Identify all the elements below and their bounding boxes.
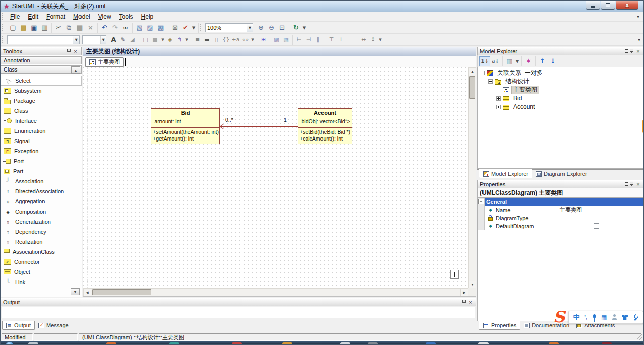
align-right-icon[interactable]: ⊣ bbox=[304, 35, 313, 45]
show-attributes-icon[interactable]: +a bbox=[231, 35, 240, 45]
open-folder-icon[interactable]: ▤ bbox=[18, 23, 29, 33]
output-tab[interactable]: Message bbox=[35, 321, 72, 330]
horizontal-scroll-thumb[interactable] bbox=[92, 289, 151, 295]
toolbox-item[interactable]: Object bbox=[1, 267, 82, 277]
fill-color-icon[interactable]: ◢ bbox=[128, 35, 137, 45]
property-value-cell[interactable]: 主要类图 bbox=[557, 206, 643, 214]
close-icon[interactable]: × bbox=[467, 299, 474, 305]
toolbox-item[interactable]: Link bbox=[1, 277, 82, 287]
taskbar-app-icon[interactable] bbox=[28, 342, 38, 345]
save-icon[interactable]: ▣ bbox=[29, 23, 39, 33]
toolbox-item[interactable]: Generalization bbox=[1, 217, 82, 227]
zoom-combobox[interactable]: ▼ bbox=[205, 23, 253, 32]
pin-icon[interactable] bbox=[462, 299, 466, 305]
shadow-icon[interactable]: ■ bbox=[150, 35, 160, 45]
menu-item[interactable]: View bbox=[94, 12, 115, 21]
property-category-row[interactable]: General bbox=[478, 198, 643, 206]
tree-item-label[interactable]: Account bbox=[512, 103, 536, 111]
paste-icon[interactable]: ▤ bbox=[74, 23, 85, 33]
scroll-right-arrow[interactable]: ▶ bbox=[460, 289, 468, 296]
wrench-icon[interactable] bbox=[632, 314, 638, 321]
toolbox-item[interactable]: Signal bbox=[1, 136, 82, 146]
dropdown-caret-icon[interactable]: ▾ bbox=[191, 23, 197, 33]
copy-icon[interactable]: ⧉ bbox=[64, 23, 74, 33]
zoom-in-icon[interactable]: ⊕ bbox=[256, 23, 266, 33]
stereotype-display-icon[interactable]: ≡ bbox=[193, 35, 202, 45]
filter-icon[interactable]: ✶ bbox=[523, 56, 534, 66]
property-row[interactable]: Name 主要类图 bbox=[478, 206, 643, 214]
print-icon[interactable]: ▥ bbox=[39, 23, 50, 33]
explorer-tab[interactable]: Diagram Explorer bbox=[532, 169, 591, 178]
namespace-icon[interactable]: ▬ bbox=[202, 35, 212, 45]
taskbar-app-icon[interactable] bbox=[602, 342, 612, 345]
properties-tab[interactable]: Documentation bbox=[520, 321, 573, 330]
zoom-out-icon[interactable]: ⊖ bbox=[266, 23, 277, 33]
toolbox-item[interactable]: DirectedAssociation bbox=[1, 186, 82, 196]
font-combobox[interactable]: ▼ bbox=[7, 35, 80, 44]
align-bottom-icon[interactable]: ⊥ bbox=[336, 35, 346, 45]
new-diagram-icon[interactable]: ▧ bbox=[134, 23, 145, 33]
microphone-icon[interactable] bbox=[592, 314, 597, 321]
close-icon[interactable]: × bbox=[72, 48, 79, 54]
uml-class-bid[interactable]: Bid -amount: int +setAmount(theAmount: i… bbox=[151, 108, 220, 144]
menu-overflow-chevron[interactable]: ▾ bbox=[637, 14, 639, 19]
tree-expander[interactable] bbox=[496, 96, 501, 101]
document-icon[interactable]: ⊠ bbox=[170, 23, 180, 33]
toolbox-item[interactable]: Enumeration bbox=[1, 126, 82, 136]
tree-item[interactable]: Account bbox=[478, 103, 643, 111]
diagram-tab[interactable]: 主要类图 bbox=[85, 57, 124, 67]
tree-expander[interactable] bbox=[496, 105, 501, 109]
punctuation-mode-icon[interactable]: ’, bbox=[584, 314, 587, 320]
properties-tab[interactable]: Properties bbox=[479, 321, 520, 330]
align-middle-icon[interactable]: = bbox=[346, 35, 355, 45]
association-line[interactable] bbox=[220, 126, 298, 127]
show-stereotype-icon[interactable]: «» bbox=[240, 35, 250, 45]
taskbar-app-icon[interactable] bbox=[282, 342, 292, 345]
toolbox-scroll-up-button[interactable]: ▲ bbox=[71, 66, 80, 74]
maximize-panel-icon[interactable] bbox=[625, 182, 628, 186]
taskbar-app-icon[interactable] bbox=[169, 342, 179, 345]
align-center-icon[interactable]: ∥ bbox=[313, 35, 323, 45]
taskbar-app-icon[interactable] bbox=[232, 342, 242, 345]
show-properties-icon[interactable]: {} bbox=[221, 35, 231, 45]
refresh-icon[interactable]: ↻ bbox=[291, 23, 301, 33]
scroll-up-arrow[interactable]: ▲ bbox=[469, 67, 476, 75]
taskbar-app-icon[interactable] bbox=[106, 342, 116, 345]
tree-item[interactable]: 关联关系_一对多 bbox=[478, 68, 643, 77]
chevron-down-icon[interactable]: ▼ bbox=[247, 24, 253, 32]
redo-icon[interactable]: ↷ bbox=[110, 23, 120, 33]
menu-item[interactable]: Format bbox=[42, 12, 69, 21]
chevron-down-icon[interactable]: ▼ bbox=[100, 36, 106, 44]
font-icon[interactable]: A bbox=[109, 35, 118, 45]
line-style-icon[interactable]: ▢ bbox=[141, 35, 150, 45]
defaultdiagram-checkbox[interactable] bbox=[594, 223, 599, 229]
menu-item[interactable]: Model bbox=[69, 12, 94, 21]
new-file-icon[interactable]: ▢ bbox=[8, 23, 18, 33]
align-left-icon[interactable]: ⊢ bbox=[294, 35, 304, 45]
toolbox-item[interactable]: Composition bbox=[1, 206, 82, 217]
toolbox-item[interactable]: Association bbox=[1, 176, 82, 186]
start-button[interactable] bbox=[6, 342, 14, 345]
tree-item-label[interactable]: 结构设计 bbox=[504, 78, 531, 85]
menu-item[interactable]: Edit bbox=[24, 12, 42, 21]
minimize-button[interactable] bbox=[586, 1, 600, 10]
toolbox-section-class[interactable]: Class bbox=[1, 65, 82, 74]
sort-by-order-icon[interactable]: 1↓ bbox=[479, 56, 490, 66]
menu-item[interactable]: Tools bbox=[115, 12, 137, 21]
chevron-down-icon[interactable]: ▼ bbox=[73, 36, 79, 44]
taskbar-app-icon[interactable] bbox=[549, 342, 559, 345]
taskbar-app-icon[interactable] bbox=[340, 342, 350, 345]
tree-item[interactable]: Bid bbox=[478, 94, 643, 103]
explorer-tab[interactable]: Model Explorer bbox=[479, 169, 532, 178]
toolbox-item[interactable]: Package bbox=[1, 96, 82, 106]
format-copy-icon[interactable]: ◈ bbox=[165, 35, 175, 45]
dropdown-caret-icon[interactable]: ▾ bbox=[301, 23, 307, 33]
horizontal-scrollbar[interactable]: ◀ ▶ bbox=[83, 288, 468, 296]
toolbox-item[interactable]: Interface bbox=[1, 116, 82, 126]
toolbox-item[interactable]: Select bbox=[1, 76, 82, 86]
dropdown-caret-icon[interactable]: ▾ bbox=[160, 35, 165, 45]
space-equally-horizontal-icon[interactable]: ↔ bbox=[359, 35, 368, 45]
diagram-export-icon[interactable]: ▩ bbox=[155, 23, 166, 33]
diagram-canvas[interactable]: Bid -amount: int +setAmount(theAmount: i… bbox=[83, 67, 468, 288]
close-button[interactable]: x bbox=[616, 1, 638, 10]
